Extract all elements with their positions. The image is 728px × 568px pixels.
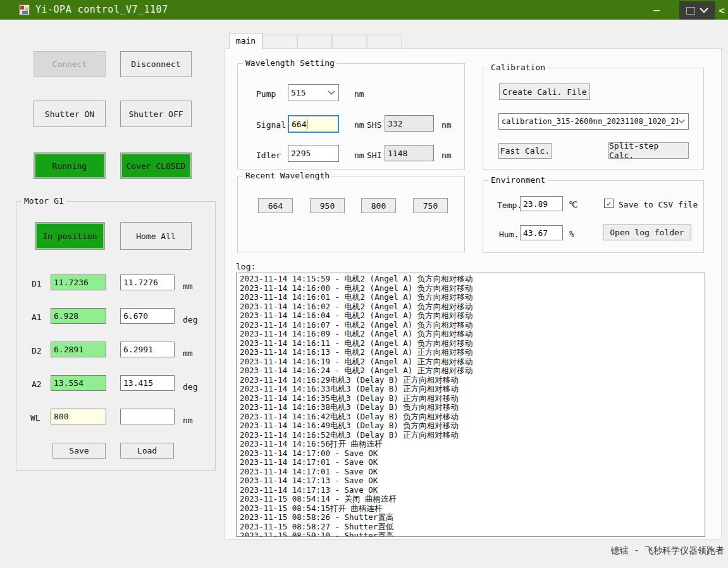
running-status-button[interactable]: Running: [34, 152, 106, 179]
motor-row-unit: deg: [183, 315, 197, 324]
checkmark-icon: ✓: [607, 199, 611, 208]
minimize-button[interactable]: —: [644, 0, 669, 20]
motor-row-label: A2: [32, 380, 42, 389]
log-line: 2023-11-15 08:54:14 - 关闭 曲柄连杆: [240, 495, 705, 504]
motor-target-field[interactable]: 6.2991: [120, 342, 175, 357]
log-line: 2023-11-14 14:16:00 - 电机2 (Angel A) 负方向相…: [240, 284, 705, 293]
save-csv-checkbox[interactable]: ✓: [604, 199, 614, 208]
home-all-button[interactable]: Home All: [120, 222, 192, 250]
chevron-down-icon[interactable]: [328, 90, 335, 96]
pump-unit: nm: [354, 89, 364, 99]
log-line: 2023-11-14 14:17:01 - Save OK: [240, 467, 705, 477]
log-line: 2023-11-14 14:16:52电机3 (Delay B) 正方向相对移动: [240, 431, 705, 440]
brand-text: 镱镭 - 飞秒科学仪器领跑者: [604, 545, 724, 557]
cover-status-button[interactable]: Cover CLOSED: [120, 152, 192, 179]
motor-row-label: D1: [32, 279, 42, 288]
log-line: 2023-11-14 14:16:01 - 电机2 (Angel A) 负方向相…: [240, 293, 705, 302]
log-line: 2023-11-14 14:16:33电机3 (Delay B) 正方向相对移动: [240, 385, 705, 394]
disconnect-button[interactable]: Disconnect: [120, 51, 192, 77]
connect-button[interactable]: Connect: [34, 51, 106, 77]
temp-label: Temp.: [497, 201, 522, 210]
log-line: 2023-11-15 08:54:15打开 曲柄连杆: [240, 504, 705, 514]
recent-wavelength-title: Recent Wavelength: [243, 171, 332, 180]
calibration-file-value: calibration_315-2600nm_20231108_1020_21 …: [502, 117, 678, 126]
log-label: log:: [236, 262, 256, 271]
app-icon: [19, 4, 30, 15]
log-line: 2023-11-14 14:16:38电机3 (Delay B) 负方向相对移动: [240, 403, 705, 412]
motor-row-unit: deg: [183, 382, 197, 392]
app-window: Yi-OPA control_V7_1107 — < Connect Disco…: [0, 0, 728, 568]
motor-target-field[interactable]: 6.670: [120, 308, 175, 324]
motor-current-field[interactable]: 800: [51, 409, 106, 424]
motor-current-field[interactable]: 11.7236: [51, 275, 106, 290]
log-line: 2023-11-14 14:16:02 - 电机2 (Angel A) 负方向相…: [240, 302, 705, 312]
log-line: 2023-11-14 14:17:13 - Save OK: [240, 476, 705, 486]
log-line: 2023-11-14 14:16:19 - 电机2 (Angel A) 正方向相…: [240, 357, 705, 367]
chevron-down-icon[interactable]: [700, 8, 708, 13]
tab-blank[interactable]: [367, 35, 402, 48]
open-log-folder-button[interactable]: Open log folder: [603, 225, 691, 240]
recent-wavelength-button[interactable]: 800: [361, 198, 396, 213]
shs-unit: nm: [441, 120, 452, 130]
fast-calc-button[interactable]: Fast Calc.: [498, 143, 552, 159]
save-button[interactable]: Save: [52, 443, 106, 459]
text-caret: [307, 120, 307, 129]
shutter-off-button[interactable]: Shutter OFF: [120, 101, 192, 127]
idler-label: Idler: [256, 151, 281, 160]
window-controls-group[interactable]: [679, 1, 715, 20]
pump-label: Pump: [256, 89, 276, 99]
chevron-down-icon[interactable]: [678, 119, 685, 124]
environment-group: Environment: [483, 180, 704, 253]
motor-g1-group-title: Motor G1: [22, 196, 66, 206]
window-title: Yi-OPA control_V7_1107: [35, 4, 168, 15]
temp-unit: ℃: [569, 200, 578, 209]
log-line: 2023-11-14 14:16:29电机3 (Delay B) 正方向相对移动: [240, 376, 705, 385]
recent-wavelength-button[interactable]: 664: [258, 198, 293, 213]
load-button[interactable]: Load: [120, 443, 174, 459]
idler-input[interactable]: 2295: [288, 145, 339, 162]
shutter-on-button[interactable]: Shutter ON: [34, 101, 106, 127]
idler-unit: nm: [354, 151, 364, 160]
calibration-file-combobox[interactable]: calibration_315-2600nm_20231108_1020_21 …: [498, 113, 689, 130]
hum-field: 43.67: [520, 225, 563, 240]
motor-row-label: D2: [32, 346, 42, 355]
save-csv-label: Save to CSV file: [619, 200, 698, 209]
tab-blank[interactable]: [262, 35, 297, 48]
pump-combobox[interactable]: 515: [288, 84, 339, 101]
log-line: 2023-11-15 08:58:26 - Shutter置高: [240, 513, 705, 522]
log-line: 2023-11-14 14:16:13 - 电机2 (Angel A) 正方向相…: [240, 348, 705, 357]
log-line: 2023-11-14 14:16:56打开 曲柄连杆: [240, 440, 705, 449]
motor-row-unit: nm: [183, 416, 193, 425]
log-line: 2023-11-15 08:59:10 - Shutter置高: [240, 531, 705, 537]
hum-label: Hum.: [499, 230, 519, 239]
create-cali-file-button[interactable]: Create Cali. File: [499, 83, 590, 100]
log-line: 2023-11-14 14:16:11 - 电机2 (Angel A) 负方向相…: [240, 339, 705, 349]
tab-main[interactable]: main: [229, 33, 262, 49]
tab-blank[interactable]: [332, 35, 367, 48]
log-line: 2023-11-14 14:17:01 - Save OK: [240, 458, 705, 467]
signal-value: 664: [292, 120, 306, 129]
motor-current-field[interactable]: 6.928: [51, 308, 106, 324]
split-step-calc-button[interactable]: Split-step Calc.: [608, 142, 689, 159]
maximize-icon[interactable]: [686, 7, 695, 15]
log-textarea[interactable]: 2023-11-14 14:15:59 - 电机2 (Angel A) 负方向相…: [236, 273, 705, 537]
motor-row-label: A1: [32, 312, 42, 322]
environment-title: Environment: [488, 175, 548, 185]
motor-target-field[interactable]: [120, 409, 175, 424]
collapse-arrow-icon[interactable]: <: [717, 3, 727, 18]
motor-current-field[interactable]: 6.2891: [51, 342, 106, 357]
log-line: 2023-11-14 14:16:07 - 电机2 (Angel A) 负方向相…: [240, 321, 705, 330]
tab-blank[interactable]: [297, 35, 332, 48]
motor-current-field[interactable]: 13.554: [51, 375, 106, 391]
signal-label: Signal: [256, 120, 286, 130]
motor-row-unit: mm: [183, 281, 193, 291]
in-position-button[interactable]: In position: [35, 222, 105, 250]
recent-wavelength-button[interactable]: 750: [413, 198, 448, 213]
calibration-title: Calibration: [488, 63, 548, 72]
recent-wavelength-button[interactable]: 950: [310, 198, 345, 213]
wavelength-setting-title: Wavelength Setting: [243, 58, 337, 68]
motor-target-field[interactable]: 13.415: [120, 375, 175, 391]
motor-target-field[interactable]: 11.7276: [120, 275, 175, 290]
signal-input[interactable]: 664: [288, 115, 339, 133]
log-line: 2023-11-14 14:16:24 - 电机2 (Angel A) 正方向相…: [240, 366, 705, 376]
